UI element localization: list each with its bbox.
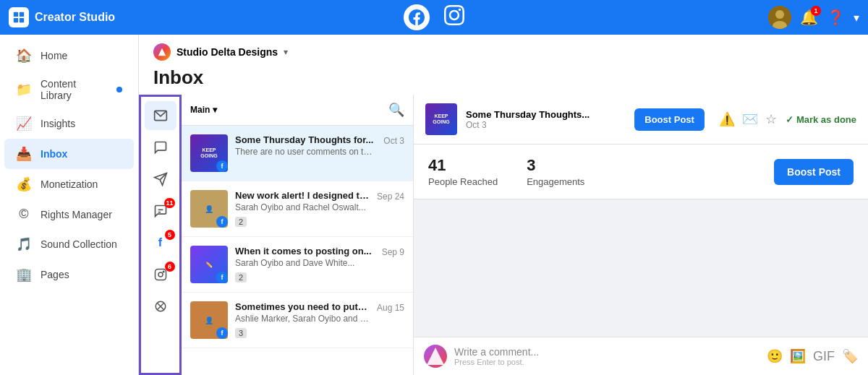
mail-icon[interactable]: ✉️ [742,111,758,127]
channel-tab-messenger[interactable] [145,133,176,162]
sidebar-item-home[interactable]: 🏠 Home [4,40,134,71]
mark-done-button[interactable]: ✓ Mark as done [786,114,856,125]
sidebar-item-label: Content Library [41,78,108,101]
filter-label[interactable]: Main ▾ [190,105,217,115]
message-date: Aug 15 [377,303,404,313]
sidebar-item-pages[interactable]: 🏢 Pages [4,259,134,290]
message-thumbnail: KEEPGOING f [190,134,228,172]
fb-overlay-icon: f [216,327,228,339]
filter-chevron: ▾ [213,105,217,115]
page-name: Studio Delta Designs [176,46,278,58]
sidebar-item-label: Insights [41,118,75,129]
message-preview: Ashlie Marker, Sarah Oyibo and 1... [235,314,370,324]
message-list: Main ▾ 🔍 KEEPGOING f [179,95,413,375]
gif-icon[interactable]: GIF [813,349,835,364]
fb-overlay-icon: f [216,216,228,228]
people-reached-number: 41 [428,156,498,175]
people-reached-label: People Reached [428,176,498,187]
sidebar-item-label: Rights Manager [41,209,112,220]
detail-header: KEEPGOING Some Thursday Thoughts... Oct … [414,95,868,145]
svg-point-15 [163,271,164,272]
notifications-button[interactable]: 🔔 1 [800,9,818,26]
help-button[interactable]: ❓ [827,9,845,26]
comment-input-wrapper[interactable]: Write a comment... Press Enter to post. [454,346,760,366]
engagements-stat: 3 Engagements [527,156,584,187]
top-nav-left: Creator Studio [9,7,404,27]
monetization-icon: 💰 [16,176,32,192]
content-library-icon: 📁 [16,82,32,98]
message-preview: Sarah Oyibo and Dave White... [235,258,375,268]
message-preview: There are no user comments on this... [235,147,376,157]
app-title: Creator Studio [35,11,115,24]
message-filter-bar: Main ▾ 🔍 [182,95,413,126]
page-selector[interactable]: Studio Delta Designs ▾ [153,43,854,61]
sidebar-item-label: Monetization [41,178,98,190]
instagram-platform-icon[interactable] [444,5,464,30]
detail-post-info: Some Thursday Thoughts... Oct 3 [466,109,626,130]
channel-tab-send[interactable] [145,165,176,194]
main-layout: 🏠 Home 📁 Content Library 📈 Insights 📥 In… [0,35,868,375]
insights-icon: 📈 [16,116,32,132]
boost-post-button[interactable]: Boost Post [634,108,705,131]
image-icon[interactable]: 🖼️ [790,348,806,364]
sticker-icon[interactable]: 🏷️ [842,348,858,364]
sidebar-item-label: Sound Collection [41,238,117,250]
top-nav-platform-icons [404,4,464,30]
message-count: 2 [235,217,247,227]
detail-stats: 41 People Reached 3 Engagements Boost Po… [414,145,868,199]
content-library-dot [116,87,122,92]
sidebar-item-monetization[interactable]: 💰 Monetization [4,169,134,199]
star-icon[interactable]: ☆ [765,111,777,127]
pages-icon: 🏢 [16,267,32,283]
message-date: Sep 24 [377,191,404,202]
emoji-icon[interactable]: 🙂 [767,348,783,364]
message-count: 2 [235,272,247,283]
left-sidebar: 🏠 Home 📁 Content Library 📈 Insights 📥 In… [0,35,139,375]
message-item[interactable]: 👤 f Sometimes you need to put the... Ash… [182,293,413,348]
channel-tab-instagram[interactable]: 6 [145,260,176,289]
channel-tab-facebook[interactable]: f 5 [145,228,176,257]
stats-boost-post-button[interactable]: Boost Post [774,159,854,185]
account-chevron[interactable]: ▾ [854,11,859,25]
sidebar-item-rights-manager[interactable]: © Rights Manager [4,199,134,229]
notification-badge: 1 [811,6,821,16]
sidebar-item-inbox[interactable]: 📥 Inbox [4,139,134,169]
sidebar-item-sound-collection[interactable]: 🎵 Sound Collection [4,229,134,259]
svg-point-5 [775,10,784,19]
sidebar-item-content-library[interactable]: 📁 Content Library [4,71,134,108]
search-button[interactable]: 🔍 [388,102,404,118]
channel-tab-comments[interactable]: 11 [145,197,176,225]
app-logo [9,7,29,27]
comment-hint: Press Enter to post. [454,358,760,366]
top-nav: Creator Studio 🔔 1 ❓ ▾ [0,0,868,35]
avatar[interactable] [768,6,791,29]
message-thumbnail: 👤 f [190,190,228,228]
message-item[interactable]: 👤 f New work alert! I designed this... S… [182,181,413,237]
comment-tools: 🙂 🖼️ GIF 🏷️ [767,348,858,364]
page-selector-chevron: ▾ [284,47,288,57]
engagements-label: Engagements [527,176,584,187]
svg-rect-1 [20,12,24,17]
message-thumbnail: 👤 f [190,301,228,339]
content-header: Studio Delta Designs ▾ Inbox [139,35,868,95]
message-title: Some Thursday Thoughts for... [235,134,376,145]
fb-overlay-icon: f [216,272,228,283]
channel-tab-inbox[interactable] [145,101,176,130]
message-item[interactable]: ✏️ f When it comes to posting on... Sara… [182,237,413,293]
message-thumbnail: ✏️ f [190,246,228,283]
message-content: New work alert! I designed this... Sarah… [235,190,370,228]
comment-avatar [424,345,447,368]
detail-panel: KEEPGOING Some Thursday Thoughts... Oct … [414,95,868,375]
sidebar-item-insights[interactable]: 📈 Insights [4,108,134,139]
message-content: When it comes to posting on... Sarah Oyi… [235,246,375,283]
alert-icon[interactable]: ⚠️ [719,111,735,127]
detail-post-thumbnail: KEEPGOING [425,103,457,135]
facebook-platform-icon[interactable] [404,4,430,30]
svg-rect-3 [20,18,24,22]
message-item[interactable]: KEEPGOING f Some Thursday Thoughts for..… [182,126,413,181]
svg-rect-0 [14,12,18,17]
home-icon: 🏠 [16,48,32,64]
svg-marker-19 [427,348,444,365]
channel-tab-x[interactable] [145,292,176,321]
message-count: 3 [235,328,247,338]
